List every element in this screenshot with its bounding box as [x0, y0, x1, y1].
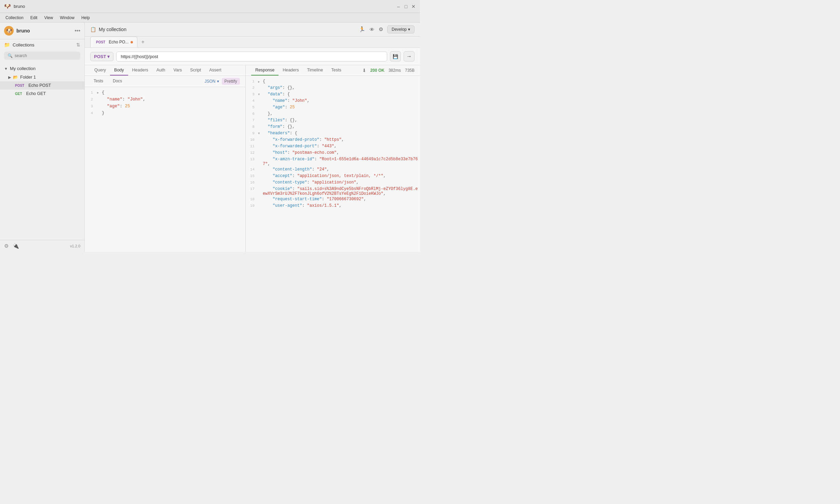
resp-line-14: 14 "content-length": "24",: [246, 167, 420, 173]
close-button[interactable]: ✕: [411, 4, 416, 9]
request-item-get[interactable]: GET Echo GET: [0, 90, 84, 98]
menu-collection[interactable]: Collection: [3, 15, 26, 21]
search-input[interactable]: [15, 53, 77, 58]
resp-line-6: 6 },: [246, 111, 420, 118]
request-pane: Query Body Headers Auth Vars Script Asse…: [85, 65, 246, 252]
chevron-right-icon: ▶: [8, 75, 11, 80]
sort-button[interactable]: ⇅: [76, 42, 80, 47]
tab-auth[interactable]: Auth: [152, 65, 170, 76]
menu-edit[interactable]: Edit: [28, 15, 40, 21]
sidebar-brand: 🐶 bruno: [4, 26, 30, 36]
download-icon[interactable]: ⬇: [362, 68, 366, 73]
format-selector[interactable]: JSON ▾: [205, 79, 219, 84]
minimize-button[interactable]: –: [396, 4, 401, 9]
sidebar-footer: ⚙ 🔌 v1.2.0: [0, 240, 84, 252]
search-icon: 🔍: [8, 53, 13, 58]
sidebar-more-button[interactable]: •••: [74, 28, 80, 34]
url-actions: 💾 →: [390, 51, 415, 62]
response-tab-response[interactable]: Response: [251, 65, 279, 76]
brand-avatar: 🐶: [4, 26, 14, 36]
send-button[interactable]: →: [404, 51, 415, 62]
tab-assert[interactable]: Assert: [205, 65, 225, 76]
tab-tests[interactable]: Tests: [90, 77, 107, 85]
maximize-button[interactable]: □: [404, 4, 408, 9]
tab-body[interactable]: Body: [110, 65, 128, 76]
new-tab-button[interactable]: +: [139, 38, 147, 46]
footer-icons: ⚙ 🔌: [4, 243, 19, 249]
sidebar-search: 🔍: [0, 50, 84, 63]
menu-help[interactable]: Help: [79, 15, 93, 21]
arrow-right-icon: →: [406, 53, 412, 59]
sidebar-header: 🐶 bruno •••: [0, 23, 84, 39]
menu-view[interactable]: View: [41, 15, 56, 21]
resp-line-12: 12 "host": "postman-echo.com",: [246, 150, 420, 156]
tab-method-badge: POST: [95, 40, 107, 44]
response-tab-headers[interactable]: Headers: [279, 65, 303, 76]
response-tab-tests[interactable]: Tests: [327, 65, 345, 76]
version-label: v1.2.0: [70, 244, 80, 248]
develop-button[interactable]: Develop ▾: [387, 25, 415, 33]
response-header: Response Headers Timeline Tests ⬇ 200 OK…: [246, 65, 420, 76]
code-line-4: 4 }: [85, 110, 245, 117]
request-row2: Tests Docs JSON ▾ Prettify: [85, 76, 245, 87]
resp-line-8: 8 "form": {},: [246, 124, 420, 131]
request-item-post[interactable]: POST Echo POST: [0, 81, 84, 90]
method-badge-post: POST: [14, 83, 26, 88]
folder-name: Folder 1: [20, 75, 36, 80]
collections-icon: 📁: [4, 42, 10, 47]
title-bar-controls: – □ ✕: [396, 4, 416, 9]
plugin-icon[interactable]: 🔌: [13, 243, 19, 249]
menu-bar: Collection Edit View Window Help: [0, 13, 420, 23]
sidebar-tree: ▼ My collection ▶ 📂 Folder 1 POST Echo P…: [0, 63, 84, 240]
folder-item[interactable]: ▶ 📂 Folder 1: [0, 73, 84, 81]
save-button[interactable]: 💾: [390, 51, 401, 62]
resp-line-7: 7 "files": {},: [246, 118, 420, 124]
run-icon[interactable]: 🏃: [359, 26, 365, 32]
request-tab-post[interactable]: POST Echo PO...: [90, 37, 137, 47]
settings-icon[interactable]: ⚙: [4, 243, 9, 249]
response-tab-timeline[interactable]: Timeline: [303, 65, 327, 76]
develop-label: Develop: [392, 27, 407, 32]
tabs-bar: POST Echo PO... +: [85, 37, 420, 48]
collection-header[interactable]: ▼ My collection: [0, 64, 84, 73]
tab-script[interactable]: Script: [186, 65, 205, 76]
prettify-button[interactable]: Prettify: [222, 78, 240, 85]
resp-line-11: 11 "x-forwarded-port": "443",: [246, 144, 420, 150]
save-icon: 💾: [393, 54, 398, 59]
request-body-editor[interactable]: 1 ▶ { 2 "name": "John", 3: [85, 87, 245, 252]
tab-name: Echo PO...: [109, 40, 128, 44]
resp-line-19: 19 "user-agent": "axios/1.5.1",: [246, 203, 420, 209]
collection-title-bar: 📋 My collection: [90, 27, 126, 32]
resp-line-5: 5 "age": 25: [246, 105, 420, 111]
tab-headers[interactable]: Headers: [128, 65, 152, 76]
collection-icon: 📋: [90, 27, 96, 32]
url-input[interactable]: [116, 52, 387, 62]
method-selector[interactable]: POST ▾: [90, 52, 113, 61]
tab-docs[interactable]: Docs: [109, 77, 125, 85]
search-input-wrap: 🔍: [4, 52, 80, 60]
title-bar-left: 🐶 bruno: [4, 3, 25, 10]
resp-line-15: 15 "accept": "application/json, text/pla…: [246, 173, 420, 180]
url-bar: POST ▾ 💾 →: [85, 48, 420, 65]
resp-line-17: 17 "cookie": "sails.sid=s%3A9ndCye5bsNFr…: [246, 186, 420, 196]
response-status: ⬇ 200 OK 382ms 735B: [362, 68, 415, 73]
request-sub-tabs: Query Body Headers Auth Vars Script Asse…: [85, 65, 245, 76]
menu-window[interactable]: Window: [57, 15, 77, 21]
resp-line-3: 3▼ "data": {: [246, 92, 420, 98]
main-header: 📋 My collection 🏃 👁 ⚙ Develop ▾: [85, 23, 420, 37]
resp-line-18: 18 "request-start-time": "1700666730692"…: [246, 196, 420, 203]
folder-icon: 📂: [13, 75, 18, 80]
resp-line-4: 4 "name": "John",: [246, 98, 420, 105]
sidebar-collections-section: 📁 Collections ⇅: [0, 39, 84, 50]
collections-label: Collections: [13, 42, 35, 47]
tab-vars[interactable]: Vars: [170, 65, 186, 76]
resp-line-16: 16 "content-type": "application/json",: [246, 180, 420, 186]
app-title: bruno: [14, 4, 25, 9]
chevron-down-icon: ▾: [408, 27, 410, 32]
code-line-2: 2 "name": "John",: [85, 97, 245, 104]
code-line-1: 1 ▶ {: [85, 90, 245, 97]
tab-query[interactable]: Query: [90, 65, 110, 76]
gear-icon[interactable]: ⚙: [379, 26, 383, 32]
response-pane: Response Headers Timeline Tests ⬇ 200 OK…: [246, 65, 420, 252]
preview-icon[interactable]: 👁: [369, 27, 375, 32]
